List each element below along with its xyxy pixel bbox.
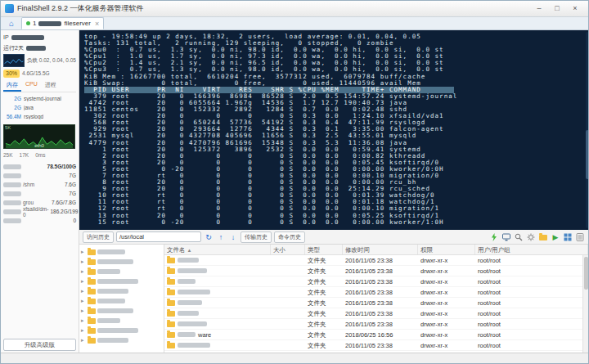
- visit-history-button[interactable]: 访问历史: [83, 231, 114, 243]
- process-list-item[interactable]: 2G java: [3, 103, 76, 112]
- file-row[interactable]: 文件夹 2016/11/05 23:38 drwxr-xr-x root/roo…: [164, 287, 588, 298]
- file-table-scrollbar-thumb[interactable]: [584, 257, 588, 290]
- redacted-folder-name: [97, 289, 128, 294]
- sidebar-tab[interactable]: 内存: [3, 80, 21, 92]
- expand-arrow-icon[interactable]: ▸: [81, 317, 86, 324]
- grid-icon[interactable]: [563, 232, 573, 242]
- disk-item: xfsaild/dm-0 186.2G/199.9G: [3, 207, 76, 216]
- file-row[interactable]: 文件夹 2016/11/05 23:38 drwxr-xr-x root/roo…: [164, 298, 588, 308]
- folder-icon: [88, 259, 96, 265]
- file-row[interactable]: 文件夹 2016/11/05 23:38 drwxr-xr-x root/roo…: [164, 340, 588, 351]
- column-type[interactable]: 类型: [305, 245, 343, 254]
- sidebar-tab[interactable]: CPU: [22, 80, 41, 92]
- file-type: 文件夹: [305, 276, 343, 286]
- flash-connect-icon[interactable]: [489, 232, 499, 242]
- tree-item[interactable]: ▸: [81, 335, 162, 345]
- command-history-button[interactable]: 命令历史: [274, 231, 305, 243]
- download-icon[interactable]: ↓: [228, 232, 238, 242]
- terminal-scrollbar-thumb[interactable]: [586, 130, 589, 179]
- file-row[interactable]: 文件夹 2016/11/05 23:38 drwxr-xr-x root/roo…: [164, 266, 588, 276]
- tab-close-icon[interactable]: ×: [95, 20, 99, 28]
- file-size: [271, 340, 305, 350]
- expand-arrow-icon[interactable]: ▸: [81, 308, 86, 314]
- network-interface-label: eth0: [34, 143, 44, 148]
- terminal-process-line: 5 root 0 -20 0 0 0 S 0.0 0.0 0:00.00 kwo…: [84, 166, 589, 173]
- tab-fileserver[interactable]: 1 fileserver ×: [21, 17, 104, 29]
- tree-item[interactable]: ▸: [81, 286, 162, 296]
- redacted-host-name: [38, 21, 61, 26]
- terminal-process-line: 9 root 20 0 0 0 0 S 0.0 0.0 25:14.29 rcu…: [84, 186, 589, 192]
- file-row[interactable]: 文件夹 2016/11/05 23:38 drwxr-xr-x root/roo…: [164, 255, 588, 266]
- file-row[interactable]: ware 文件夹 2018/06/25 16:56 drwxr-xr-x roo…: [164, 330, 588, 340]
- disk-usage-list: 78.5G/100G 7G /shm 7.6G 7G: [3, 162, 76, 225]
- expand-arrow-icon[interactable]: ▸: [81, 249, 86, 255]
- tree-item[interactable]: ▸: [81, 306, 162, 316]
- tree-item[interactable]: ▸: [81, 316, 162, 326]
- column-size[interactable]: 大小: [271, 245, 305, 254]
- process-list-item[interactable]: 56.4M rsyslogd: [3, 112, 76, 121]
- tree-item[interactable]: ▸: [81, 257, 162, 267]
- search-icon[interactable]: [514, 232, 524, 242]
- tree-item[interactable]: ▸: [81, 247, 162, 257]
- disk-item: 78.5G/100G: [3, 162, 76, 171]
- redacted-filename: [178, 332, 196, 337]
- tab-index: 1: [33, 20, 36, 27]
- file-list: 文件夹 2016/11/05 23:38 drwxr-xr-x root/roo…: [164, 255, 588, 351]
- terminal-line: %Cpu0 : 0.7 us, 1.3 sy, 0.0 ni, 98.0 id,…: [84, 47, 589, 53]
- column-owner[interactable]: 用户/用户组: [475, 245, 588, 254]
- terminal-process-line: 4779 root 20 0 4270796 861696 15348 S 0.…: [84, 140, 589, 146]
- monitor-icon[interactable]: [501, 232, 511, 242]
- refresh-icon[interactable]: ↻: [204, 232, 214, 242]
- minimize-button[interactable]: –: [530, 2, 548, 16]
- uptime-label: 运行2天: [3, 44, 24, 52]
- sidebar-tab[interactable]: 进程: [42, 80, 60, 92]
- column-mtime[interactable]: 修改时间: [343, 245, 418, 254]
- upload-icon[interactable]: ↑: [216, 232, 226, 242]
- expand-arrow-icon[interactable]: ▸: [81, 278, 86, 285]
- terminal[interactable]: top - 19:58:49 up 2 days, 18:32, 2 users…: [79, 30, 589, 230]
- home-tab[interactable]: ⌂: [3, 18, 20, 29]
- file-table-scrollbar[interactable]: [582, 255, 588, 353]
- redacted-folder-name: [97, 328, 138, 333]
- tree-item[interactable]: ▸: [81, 276, 162, 286]
- latency-label: 0ms: [35, 152, 45, 158]
- run-icon[interactable]: ▶: [551, 232, 560, 242]
- terminal-line: KiB Swap: 0 total, 0 free, 0 used. 11440…: [84, 80, 589, 87]
- file-row[interactable]: 文件夹 2016/11/05 23:38 drwxr-xr-x root/roo…: [164, 319, 588, 330]
- redacted-folder-name: [97, 338, 128, 343]
- maximize-button[interactable]: □: [548, 2, 566, 16]
- expand-arrow-icon[interactable]: ▸: [81, 327, 86, 334]
- process-list-item[interactable]: 2G systemd-journal: [3, 94, 76, 103]
- terminal-process-line: 11851 centos 20 0 152332 2892 1284 S 0.7…: [84, 106, 589, 113]
- window-controls: – □ ×: [530, 2, 584, 16]
- disk-item: /shm 7.6G: [3, 180, 76, 189]
- gear-icon[interactable]: [526, 232, 536, 242]
- transfer-history-button[interactable]: 传输历史: [241, 231, 272, 243]
- column-filename[interactable]: 文件名▲: [164, 245, 271, 254]
- folder-icon: [167, 258, 175, 263]
- column-perm[interactable]: 权限: [418, 245, 475, 254]
- file-size: [271, 308, 305, 318]
- tree-item[interactable]: ▸: [81, 267, 162, 276]
- file-row[interactable]: 文件夹 2016/11/05 23:38 drwxr-xr-x root/roo…: [164, 308, 588, 319]
- file-mtime: 2016/11/05 23:38: [343, 340, 418, 350]
- tree-item[interactable]: ▸: [81, 326, 162, 335]
- upgrade-button[interactable]: 升级高级版: [3, 339, 76, 351]
- expand-arrow-icon[interactable]: ▸: [81, 258, 86, 265]
- file-size: [271, 287, 305, 297]
- expand-arrow-icon[interactable]: ▸: [81, 298, 86, 304]
- file-name-cell: [164, 255, 271, 265]
- file-owner: root/root: [475, 255, 588, 265]
- expand-arrow-icon[interactable]: ▸: [81, 268, 86, 275]
- path-input[interactable]: /usr/local: [116, 231, 201, 242]
- tree-item[interactable]: ▸: [81, 296, 162, 306]
- terminal-scrollbar[interactable]: [586, 32, 589, 228]
- folder-icon[interactable]: [538, 232, 548, 242]
- file-perm: drwxr-xr-x: [418, 340, 475, 350]
- expand-arrow-icon[interactable]: ▸: [81, 337, 86, 344]
- calculator-icon[interactable]: [575, 232, 585, 242]
- file-row[interactable]: 文件夹 2016/11/05 23:38 drwxr-xr-x root/roo…: [164, 276, 588, 287]
- expand-arrow-icon[interactable]: ▸: [81, 288, 86, 294]
- file-type: 文件夹: [305, 287, 343, 297]
- close-button[interactable]: ×: [566, 2, 584, 16]
